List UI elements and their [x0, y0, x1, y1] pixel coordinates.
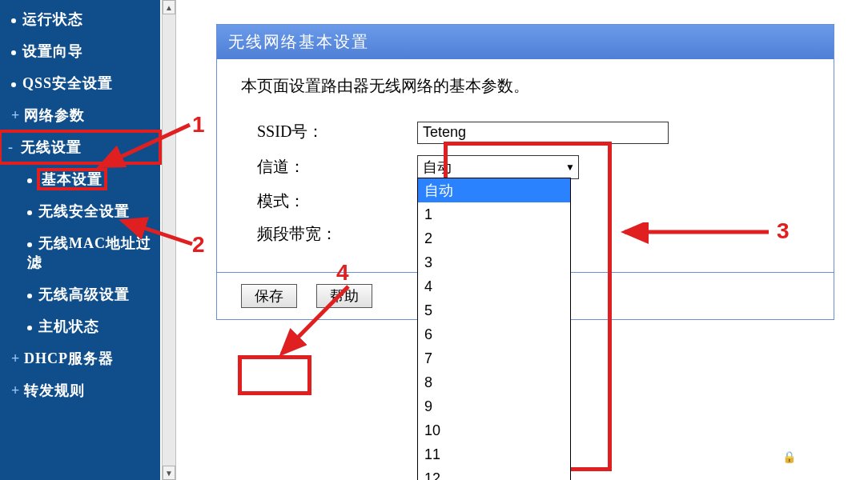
plus-icon: +: [11, 107, 19, 124]
sidebar-label: 设置向导: [22, 43, 83, 59]
channel-select[interactable]: 自动 ▼: [417, 155, 579, 179]
sidebar-sub-macfilter[interactable]: 无线MAC地址过滤: [0, 227, 160, 278]
bullet-icon: [11, 50, 16, 55]
sidebar-sub-security[interactable]: 无线安全设置: [0, 195, 160, 227]
ssid-label: SSID号：: [257, 121, 417, 142]
channel-option-12[interactable]: 12: [418, 466, 570, 481]
main-area: 无线网络基本设置 本页面设置路由器无线网络的基本参数。 SSID号： 信道： 自…: [176, 0, 868, 480]
channel-option-9[interactable]: 9: [418, 394, 570, 418]
scroll-down-icon[interactable]: ▼: [163, 466, 175, 480]
sidebar-label: 无线设置: [21, 139, 82, 155]
sidebar: 运行状态 设置向导 QSS安全设置 +网络参数 -无线设置 基本设置 无线安全设…: [0, 0, 160, 480]
bullet-icon: [27, 294, 32, 298]
watermark-text: 路由器: [806, 442, 857, 463]
sidebar-item-qss[interactable]: QSS安全设置: [0, 67, 160, 99]
bullet-icon: [27, 242, 32, 247]
sidebar-sub-basic[interactable]: 基本设置: [0, 163, 160, 195]
channel-option-6[interactable]: 6: [418, 322, 570, 346]
sidebar-label: 无线安全设置: [38, 203, 130, 219]
ssid-input[interactable]: [417, 122, 669, 144]
sidebar-label: QSS安全设置: [22, 75, 113, 91]
channel-option-10[interactable]: 10: [418, 418, 570, 442]
sidebar-scrollbar[interactable]: ▲ ▼: [162, 0, 176, 480]
sidebar-label: 网络参数: [24, 107, 85, 123]
sidebar-sub-host[interactable]: 主机状态: [0, 310, 160, 342]
channel-option-7[interactable]: 7: [418, 346, 570, 370]
sidebar-label: DHCP服务器: [24, 350, 114, 366]
bullet-icon: [27, 326, 32, 330]
bullet-icon: [11, 82, 16, 87]
channel-selected-value: 自动: [423, 158, 452, 177]
bullet-icon: [11, 18, 16, 23]
channel-option-1[interactable]: 1: [418, 202, 570, 226]
sidebar-item-forward[interactable]: +转发规则: [0, 374, 160, 406]
sidebar-item-wizard[interactable]: 设置向导: [0, 35, 160, 67]
sidebar-label: 主机状态: [38, 318, 99, 334]
plus-icon: +: [11, 350, 19, 367]
wireless-panel: 无线网络基本设置 本页面设置路由器无线网络的基本参数。 SSID号： 信道： 自…: [216, 24, 834, 320]
sidebar-item-status[interactable]: 运行状态: [0, 3, 160, 35]
watermark-sub: luyouqi.com: [806, 463, 857, 472]
sidebar-label: 无线高级设置: [38, 286, 130, 302]
channel-option-4[interactable]: 4: [418, 274, 570, 298]
plus-icon: +: [11, 382, 19, 399]
panel-description: 本页面设置路由器无线网络的基本参数。: [241, 75, 810, 97]
channel-label: 信道：: [257, 156, 417, 178]
lock-icon: 🔒: [778, 445, 802, 469]
bullet-icon: [27, 210, 32, 215]
channel-option-2[interactable]: 2: [418, 226, 570, 250]
sidebar-label: 运行状态: [22, 11, 83, 27]
sidebar-label: 基本设置: [38, 170, 106, 189]
channel-option-8[interactable]: 8: [418, 370, 570, 394]
panel-title: 无线网络基本设置: [217, 25, 834, 59]
channel-option-5[interactable]: 5: [418, 298, 570, 322]
channel-option-auto[interactable]: 自动: [418, 178, 570, 202]
channel-option-3[interactable]: 3: [418, 250, 570, 274]
bullet-icon: [27, 178, 32, 183]
watermark: 🔒 路由器 luyouqi.com: [778, 442, 857, 472]
chevron-down-icon: ▼: [565, 162, 575, 173]
sidebar-label: 转发规则: [24, 382, 85, 398]
save-button[interactable]: 保存: [241, 284, 297, 308]
channel-dropdown-list: 自动 1 2 3 4 5 6 7 8 9 10: [417, 178, 571, 481]
scroll-up-icon[interactable]: ▲: [163, 0, 175, 14]
minus-icon: -: [8, 139, 16, 156]
channel-option-11[interactable]: 11: [418, 442, 570, 466]
mode-label: 模式：: [257, 190, 417, 212]
help-button[interactable]: 帮助: [316, 284, 372, 308]
bandwidth-label: 频段带宽：: [257, 223, 417, 245]
sidebar-item-wireless[interactable]: -无线设置: [0, 131, 160, 163]
sidebar-label: 无线MAC地址过滤: [27, 235, 151, 270]
sidebar-sub-advanced[interactable]: 无线高级设置: [0, 278, 160, 310]
sidebar-item-dhcp[interactable]: +DHCP服务器: [0, 342, 160, 374]
sidebar-item-network[interactable]: +网络参数: [0, 99, 160, 131]
